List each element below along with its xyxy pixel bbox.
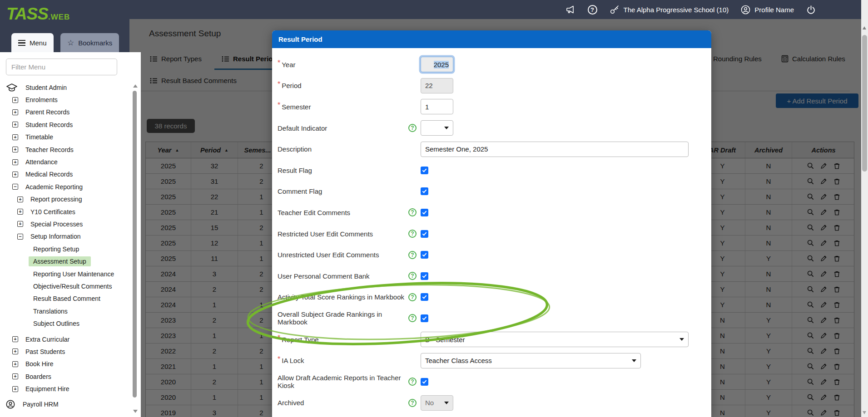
brand-name: TASS <box>6 5 48 24</box>
sidebar-scroll-up-arrow[interactable] <box>133 84 138 88</box>
sidebar-item-y10-certificates[interactable]: +Y10 Certificates <box>0 206 131 218</box>
sidebar-item-student-records[interactable]: +Student Records <box>0 118 131 131</box>
expand-plus-icon[interactable]: + <box>12 109 18 115</box>
help-icon[interactable]: ? <box>408 230 417 238</box>
select-default-indicator[interactable] <box>421 120 453 136</box>
megaphone-icon[interactable] <box>565 5 575 15</box>
tab-bookmarks[interactable]: ☆ Bookmarks <box>60 33 119 52</box>
profile-menu[interactable]: Profile Name <box>741 5 794 15</box>
sidebar-item-translations[interactable]: Translations <box>0 305 131 317</box>
field-unrestricted-user-edit-comments: Unrestricted User Edit Comments? <box>272 244 711 265</box>
sidebar-item-enrolments[interactable]: +Enrolments <box>0 93 131 106</box>
field-label-text: Restricted User Edit Comments <box>278 230 373 238</box>
sidebar-item-book-hire[interactable]: +Book Hire <box>0 358 131 370</box>
checkbox-user-personal-comment-bank[interactable] <box>421 272 428 280</box>
help-icon[interactable]: ? <box>408 124 417 132</box>
sidebar-item-label: Y10 Certificates <box>26 207 80 217</box>
expand-plus-icon[interactable]: + <box>12 336 18 342</box>
sidebar-item-reporting-user-maintenance[interactable]: Reporting User Maintenance <box>0 268 131 280</box>
select-ia-lock[interactable]: Teacher Class Access <box>421 353 641 368</box>
expand-plus-icon[interactable]: + <box>17 221 23 227</box>
expand-plus-icon[interactable]: + <box>12 134 18 140</box>
brand-logo[interactable]: TASS.WEB <box>6 5 70 24</box>
select-archived[interactable]: No <box>421 395 453 411</box>
field-label-text: Result Flag <box>278 167 312 174</box>
input-semester[interactable]: 1 <box>421 99 453 114</box>
help-icon[interactable]: ? <box>408 314 417 322</box>
user-icon <box>741 5 750 15</box>
help-icon[interactable]: ? <box>408 293 417 301</box>
sidebar-item-assessment-setup[interactable]: Assessment Setup <box>0 255 131 267</box>
sidebar-item-past-students[interactable]: +Past Students <box>0 345 131 358</box>
collapse-minus-icon[interactable]: − <box>12 184 18 190</box>
page-scrollbar[interactable] <box>861 0 868 417</box>
sidebar-item-medical-records[interactable]: +Medical Records <box>0 168 131 181</box>
help-icon[interactable]: ? <box>408 399 417 407</box>
input-description[interactable]: Semester One, 2025 <box>421 142 689 157</box>
sidebar-item-label: Setup Information <box>26 231 85 241</box>
sidebar-item-label: Medical Records <box>21 169 77 179</box>
input-period[interactable]: 22 <box>421 78 453 93</box>
input-year[interactable]: 2025 <box>421 57 453 72</box>
sidebar-item-label: Student Records <box>21 120 77 130</box>
field-label-text: Semester <box>282 103 311 111</box>
checkbox-overall-subject-grade-rankings-in-markbook[interactable] <box>421 314 428 322</box>
sidebar-item-extra-curricular[interactable]: +Extra Curricular <box>0 333 131 345</box>
expand-plus-icon[interactable]: + <box>12 172 18 177</box>
expand-plus-icon[interactable]: + <box>12 373 18 379</box>
sidebar-item-subject-outlines[interactable]: Subject Outlines <box>0 317 131 329</box>
expand-plus-icon[interactable]: + <box>12 386 18 392</box>
expand-plus-icon[interactable]: + <box>12 122 18 128</box>
collapse-minus-icon[interactable]: − <box>17 234 23 240</box>
sidebar-scroll-down-arrow[interactable] <box>133 410 138 413</box>
checkbox-allow-draft-academic-reports-in-teacher-kiosk[interactable] <box>421 378 428 386</box>
expand-plus-icon[interactable]: + <box>17 196 23 202</box>
sidebar-item-student-admin[interactable]: Student Admin <box>0 81 131 93</box>
sidebar-item-result-based-comment[interactable]: Result Based Comment <box>0 293 131 305</box>
checkbox-restricted-user-edit-comments[interactable] <box>421 230 428 238</box>
tab-menu[interactable]: Menu <box>11 33 54 52</box>
sidebar-item-payroll-hrm[interactable]: Payroll HRM <box>0 398 131 411</box>
help-icon[interactable]: ? <box>408 208 417 216</box>
checkbox-teacher-edit-comments[interactable] <box>421 209 428 216</box>
help-circle-icon[interactable]: ? <box>588 5 597 15</box>
help-icon[interactable]: ? <box>408 378 417 386</box>
expand-plus-icon[interactable]: + <box>12 97 18 103</box>
expand-plus-icon[interactable]: + <box>12 348 18 354</box>
power-icon[interactable] <box>806 5 816 15</box>
expand-plus-icon[interactable]: + <box>17 209 23 215</box>
sidebar-item-boarders[interactable]: +Boarders <box>0 370 131 383</box>
sidebar-item-special-processes[interactable]: +Special Processes <box>0 218 131 230</box>
sidebar-item-label: Extra Curricular <box>21 334 74 344</box>
help-icon[interactable]: ? <box>408 251 417 259</box>
expand-plus-icon[interactable]: + <box>12 361 18 367</box>
scroll-down-arrow[interactable] <box>863 411 866 414</box>
select-report-type[interactable]: B - Semester <box>421 332 689 347</box>
help-slot: ? <box>408 272 421 280</box>
sidebar-item-objective-result-comments[interactable]: Objective/Result Comments <box>0 280 131 292</box>
checkbox-unrestricted-user-edit-comments[interactable] <box>421 251 428 259</box>
check-icon <box>422 189 427 193</box>
expand-plus-icon[interactable]: + <box>12 147 18 152</box>
expand-plus-icon[interactable]: + <box>12 159 18 165</box>
checkbox-activity-total-score-rankings-in-markbook[interactable] <box>421 293 428 301</box>
help-icon[interactable]: ? <box>408 272 417 280</box>
page-scrollbar-thumb[interactable] <box>862 35 867 172</box>
checkbox-comment-flag[interactable] <box>421 187 428 195</box>
sidebar-item-parent-records[interactable]: +Parent Records <box>0 106 131 118</box>
sidebar-item-teacher-records[interactable]: +Teacher Records <box>0 143 131 156</box>
checkbox-result-flag[interactable] <box>421 167 428 174</box>
sidebar-item-reporting-setup[interactable]: Reporting Setup <box>0 243 131 255</box>
school-selector[interactable]: The Alpha Progressive School (10) <box>610 5 729 15</box>
scroll-up-arrow[interactable] <box>863 26 866 29</box>
modal-header[interactable]: Result Period <box>272 30 711 48</box>
sidebar-item-attendance[interactable]: +Attendance <box>0 156 131 168</box>
filter-menu-input[interactable] <box>6 59 117 75</box>
check-icon <box>422 273 427 278</box>
sidebar-item-report-processing[interactable]: +Report processing <box>0 193 131 206</box>
sidebar-item-timetable[interactable]: +Timetable <box>0 131 131 143</box>
sidebar-item-academic-reporting[interactable]: −Academic Reporting <box>0 181 131 193</box>
sidebar-item-equipment-hire[interactable]: +Equipment Hire <box>0 383 131 395</box>
sidebar-item-setup-information[interactable]: −Setup Information <box>0 231 131 243</box>
sidebar-scrollbar-thumb[interactable] <box>133 91 137 397</box>
